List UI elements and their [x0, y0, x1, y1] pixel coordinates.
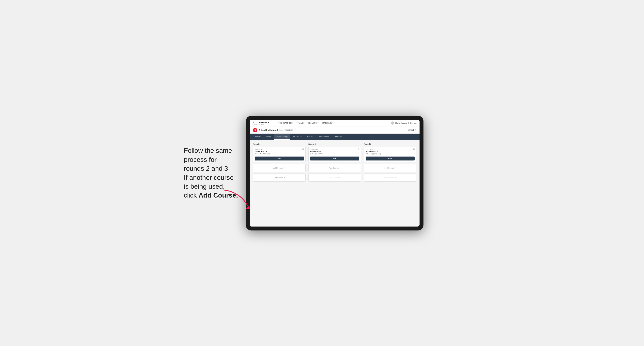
add-course-icon-2: +	[284, 176, 285, 179]
tab-tee-groups[interactable]: Tee Groups	[290, 134, 304, 140]
edit-course-button[interactable]: Edit	[255, 157, 304, 161]
logo-scoreboard: SCOREBOARD	[253, 121, 272, 124]
add-course-button-1-r1[interactable]: Add Course+	[253, 164, 306, 172]
page-wrapper: Follow the same process for rounds 2 and…	[184, 116, 460, 230]
logo-sub: Powered by clippd	[253, 124, 272, 125]
course-details: Yellow (M) (6629 yds)	[255, 153, 304, 155]
rounds-grid: Round 1⊠(Course A)Peachtree GCYellow (M)…	[253, 143, 416, 183]
course-name: Peachtree GC	[310, 151, 359, 153]
tablet-frame: SCOREBOARD Powered by clippd TOURNAMENTS…	[246, 116, 424, 230]
add-course-icon: +	[284, 167, 285, 169]
annotation-section: Follow the same process for rounds 2 and…	[184, 146, 238, 200]
add-course-label: Add Course	[274, 167, 283, 169]
course-card-r1-c1: ⊠(Course A)Peachtree GCYellow (M) (6629 …	[253, 147, 306, 162]
round-column-2: Round 2⊠(Course A)Peachtree GCYellow (M)…	[308, 143, 361, 183]
nav-links: TOURNAMENTS TEAMS COMMITTEE RANKINGS	[278, 122, 387, 124]
add-course-icon-2: +	[395, 176, 396, 179]
instruction-text: Follow the same process for rounds 2 and…	[184, 146, 238, 200]
tab-results[interactable]: Results	[304, 134, 316, 140]
nav-separator: |	[408, 122, 409, 124]
round-label-2: Round 2	[308, 143, 361, 145]
add-course-label: Add Course	[329, 167, 338, 169]
course-name: Peachtree GC	[255, 151, 304, 153]
tab-course-setup[interactable]: Course Setup	[274, 134, 290, 140]
round-column-1: Round 1⊠(Course A)Peachtree GCYellow (M)…	[253, 143, 306, 183]
add-course-label-2: Add Course	[274, 176, 283, 179]
add-course-icon: +	[395, 167, 396, 169]
add-course-icon-2: +	[340, 176, 341, 179]
nav-tournaments[interactable]: TOURNAMENTS	[278, 122, 293, 124]
add-course-button-2-r2: Add Course+	[308, 173, 361, 181]
avatar	[391, 121, 394, 125]
top-nav: SCOREBOARD Powered by clippd TOURNAMENTS…	[250, 120, 420, 127]
course-name: Peachtree GC	[366, 151, 415, 153]
delete-course-icon[interactable]: ⊠	[358, 148, 359, 150]
course-details: Yellow (M) (6629 yds)	[366, 153, 415, 155]
course-type: (Course A)	[310, 149, 359, 150]
sign-out-link[interactable]: Sign out	[410, 122, 416, 124]
round-label-1: Round 1	[253, 143, 306, 145]
add-course-icon: +	[340, 167, 341, 169]
add-course-button-2-r1[interactable]: Add Course+	[253, 173, 306, 181]
tournament-name: Clippd Invitational	[259, 129, 278, 131]
add-course-label-2: Add Course	[384, 176, 394, 179]
edit-course-button[interactable]: Edit	[366, 157, 415, 161]
add-course-label-2: Add Course	[329, 176, 338, 179]
tournament-gender: (Men)	[279, 129, 284, 131]
user-email: blair@clippd.io	[396, 122, 407, 124]
course-card-r2-c1: ⊠(Course A)Peachtree GCYellow (M) (6629 …	[308, 147, 361, 162]
tournament-bar: C Clippd Invitational (Men) Hosting Canc…	[250, 127, 420, 134]
round-label-3: Round 3	[364, 143, 416, 145]
add-course-label: Add Course	[384, 167, 394, 169]
add-course-button-1-r2[interactable]: Add Course+	[308, 164, 361, 172]
content-area: Round 1⊠(Course A)Peachtree GCYellow (M)…	[250, 140, 420, 226]
course-details: Yellow (M) (6629 yds)	[310, 153, 359, 155]
cancel-button[interactable]: Cancel ✕	[408, 129, 416, 131]
logo-area: SCOREBOARD Powered by clippd	[253, 121, 272, 125]
round-column-3: Round 3⊠(Course A)Peachtree GCYellow (M)…	[364, 143, 416, 183]
tab-leaderboards[interactable]: Leaderboards	[315, 134, 332, 140]
cancel-icon: ✕	[415, 129, 416, 131]
add-course-button-2-r3: Add Course+	[364, 173, 416, 181]
nav-committee[interactable]: COMMITTEE	[307, 122, 319, 124]
tab-details[interactable]: Details	[253, 134, 263, 140]
edit-course-button[interactable]: Edit	[310, 157, 359, 161]
delete-course-icon[interactable]: ⊠	[302, 148, 304, 150]
add-course-button-1-r3[interactable]: Add Course+	[364, 164, 416, 172]
tab-teams[interactable]: Teams	[263, 134, 274, 140]
nav-right: blair@clippd.io | Sign out	[391, 121, 416, 125]
nav-rankings[interactable]: RANKINGS	[322, 122, 333, 124]
nav-teams[interactable]: TEAMS	[296, 122, 304, 124]
delete-course-icon[interactable]: ⊠	[413, 148, 414, 150]
course-card-r3-c1: ⊠(Course A)Peachtree GCYellow (M) (6629 …	[364, 147, 416, 162]
course-type: (Course A)	[366, 149, 415, 150]
tabs-bar: DetailsTeamsCourse SetupTee GroupsResult…	[250, 134, 420, 140]
hosting-badge: Hosting	[285, 129, 293, 131]
tournament-logo: C	[253, 128, 257, 132]
tablet-screen: SCOREBOARD Powered by clippd TOURNAMENTS…	[250, 120, 420, 226]
course-type: (Course A)	[255, 149, 304, 150]
tab-printables[interactable]: Printables	[332, 134, 345, 140]
